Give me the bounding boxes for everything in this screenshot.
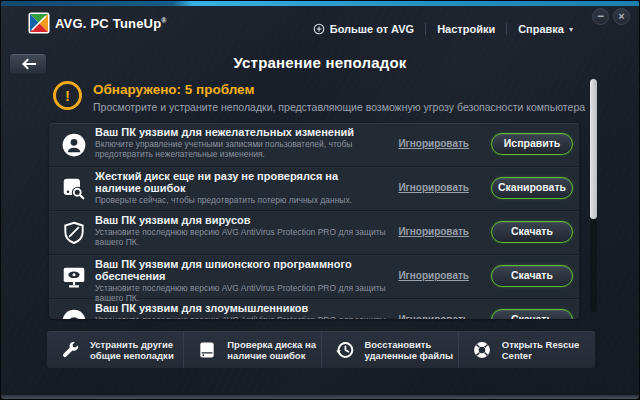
issue-title: Жесткий диск еще ни разу не проверялся н…: [95, 170, 380, 194]
ignore-link[interactable]: Игнорировать: [398, 314, 469, 319]
toolbar-label: Открыть Rescue Center: [502, 339, 595, 361]
issue-description: Установите последнюю версию AVG AntiViru…: [95, 316, 387, 319]
chevron-down-icon: ▾: [569, 25, 573, 34]
ignore-link[interactable]: Игнорировать: [398, 270, 469, 281]
toolbar-label: Проверка диска на наличие ошибок: [227, 339, 320, 361]
monitor-eye-icon: [61, 264, 87, 290]
issue-row-viruses: Ваш ПК уязвим для вирусов Установите пос…: [49, 211, 579, 255]
scrollbar-track[interactable]: [590, 79, 597, 312]
page-title: Устранение неполадок: [1, 54, 639, 71]
restore-history-icon: [335, 340, 355, 360]
ignore-link[interactable]: Игнорировать: [398, 182, 469, 193]
issue-description: Установите последнюю версию AVG AntiViru…: [95, 228, 387, 247]
issue-text: Жесткий диск еще ни разу не проверялся н…: [95, 170, 387, 206]
titlebar-menu: Больше от AVG Настройки Справка ▾: [302, 22, 584, 36]
menu-label: Настройки: [437, 23, 495, 35]
issue-description: Включите управление учетными записями по…: [95, 140, 387, 159]
plus-circle-icon: [313, 23, 325, 35]
toolbar-item-open-rescue-center[interactable]: Открыть Rescue Center: [458, 331, 595, 368]
disk-search-icon: [61, 176, 87, 202]
avg-logo-icon: [28, 12, 50, 34]
issues-list: Ваш ПК уязвим для нежелательных изменени…: [49, 123, 579, 319]
menu-label: Справка: [518, 23, 564, 35]
menu-label: Больше от AVG: [330, 23, 414, 35]
window-bottom-edge: [1, 395, 639, 399]
warning-icon: !: [53, 81, 82, 110]
issue-title: Ваш ПК уязвим для нежелательных изменени…: [95, 126, 380, 138]
user-icon: [61, 132, 87, 158]
issue-text: Ваш ПК уязвим для злоумышленников Устано…: [95, 302, 387, 319]
issue-description: Проверьте сейчас, чтобы предотвратить по…: [95, 196, 387, 206]
download-button[interactable]: Скачать: [491, 265, 573, 287]
shield-icon: [61, 220, 87, 246]
warning-exclamation: !: [65, 87, 70, 104]
issue-text: Ваш ПК уязвим для вирусов Установите пос…: [95, 214, 387, 247]
issue-title: Ваш ПК уязвим для вирусов: [95, 214, 380, 226]
menu-item-more-from-avg[interactable]: Больше от AVG: [302, 23, 425, 35]
issue-text: Ваш ПК уязвим для шпионского программног…: [95, 258, 387, 303]
issue-row-unwanted-changes: Ваш ПК уязвим для нежелательных изменени…: [49, 123, 579, 167]
issue-title: Ваш ПК уязвим для злоумышленников: [95, 302, 380, 314]
brand-name: AVG.: [55, 16, 87, 31]
download-button[interactable]: Скачать: [491, 309, 573, 319]
download-button[interactable]: Скачать: [491, 221, 573, 243]
fix-button[interactable]: Исправить: [491, 133, 573, 155]
wrench-icon: [60, 340, 80, 360]
lifebuoy-icon: [472, 340, 492, 360]
app-window: AVG. PC TuneUp® Больше от AVG Настройки …: [0, 0, 640, 400]
burglar-icon: [61, 308, 87, 320]
minimize-button[interactable]: −: [592, 8, 609, 25]
toolbar-label: Устранить другие общие неполадки: [90, 339, 183, 361]
top-accent-strip: [1, 1, 639, 6]
alert-title: Обнаружено: 5 проблем: [93, 82, 254, 97]
ignore-link[interactable]: Игнорировать: [398, 138, 469, 149]
issue-row-spyware: Ваш ПК уязвим для шпионского программног…: [49, 255, 579, 299]
issue-row-intruders: Ваш ПК уязвим для злоумышленников Устано…: [49, 299, 579, 319]
toolbar-label: Восстановить удаленные файлы: [365, 339, 458, 361]
issue-title: Ваш ПК уязвим для шпионского программног…: [95, 258, 380, 282]
brand-registered: ®: [161, 17, 166, 24]
brand-product: PC TuneUp: [90, 16, 161, 31]
scrollbar-thumb[interactable]: [590, 79, 597, 219]
brand-title: AVG. PC TuneUp®: [55, 16, 167, 31]
close-button[interactable]: ×: [613, 8, 630, 25]
toolbar-item-restore-deleted-files[interactable]: Восстановить удаленные файлы: [321, 331, 458, 368]
menu-item-help[interactable]: Справка ▾: [506, 23, 584, 35]
issue-text: Ваш ПК уязвим для нежелательных изменени…: [95, 126, 387, 159]
scan-button[interactable]: Сканировать: [491, 177, 573, 199]
toolbar-item-check-disk[interactable]: Проверка диска на наличие ошибок: [183, 331, 320, 368]
disk-check-icon: [197, 340, 217, 360]
alert-subtitle: Просмотрите и устраните неполадки, предс…: [93, 101, 585, 113]
bottom-toolbar: Устранить другие общие неполадки Проверк…: [47, 331, 595, 368]
toolbar-item-fix-other-problems[interactable]: Устранить другие общие неполадки: [47, 331, 183, 368]
menu-item-settings[interactable]: Настройки: [425, 23, 506, 35]
issue-row-disk-never-checked: Жесткий диск еще ни разу не проверялся н…: [49, 167, 579, 211]
ignore-link[interactable]: Игнорировать: [398, 226, 469, 237]
